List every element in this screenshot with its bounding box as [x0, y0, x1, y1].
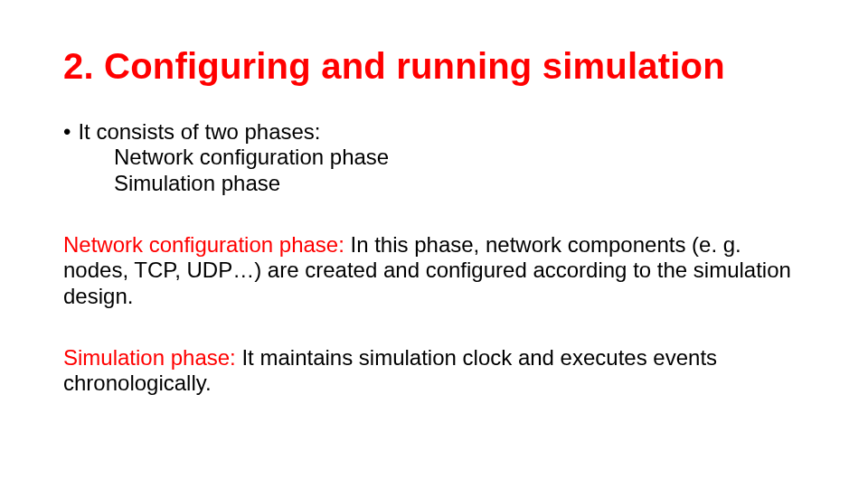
bullet-dot-icon: • [63, 119, 78, 145]
phase-label: Simulation phase: [63, 345, 241, 370]
phase-label: Network configuration phase: [63, 232, 351, 257]
bullet-lead-text: It consists of two phases: [78, 119, 320, 145]
paragraph-simulation: Simulation phase: It maintains simulatio… [63, 345, 805, 397]
bullet-item: • It consists of two phases: [63, 119, 805, 145]
phase-list-item: Network configuration phase [63, 145, 805, 170]
slide-title: 2. Configuring and running simulation [63, 45, 805, 87]
slide: 2. Configuring and running simulation • … [0, 0, 868, 488]
phase-list-item: Simulation phase [63, 171, 805, 196]
paragraph-network-config: Network configuration phase: In this pha… [63, 232, 805, 309]
slide-body: • It consists of two phases: Network con… [63, 119, 805, 397]
